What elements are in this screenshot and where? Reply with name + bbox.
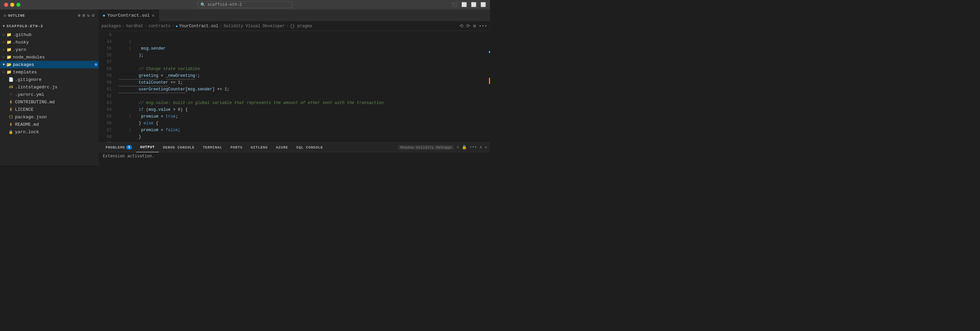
- layout-icon-1[interactable]: ⬛: [452, 2, 457, 8]
- tab-terminal[interactable]: TERMINAL: [199, 143, 226, 152]
- tab-azure[interactable]: AZURE: [272, 143, 292, 152]
- panel-right-controls: Meadow Solidity Debugge ≡ 🔒 ••• ∧ ✕: [398, 145, 487, 150]
- outline-chevron[interactable]: ▷: [4, 13, 6, 18]
- panel-more-icon[interactable]: •••: [469, 145, 477, 150]
- new-folder-icon[interactable]: ⊞: [83, 13, 86, 18]
- explorer-chevron: ▼: [3, 24, 5, 28]
- panel-lock-icon[interactable]: 🔒: [462, 145, 467, 150]
- tab-bar: ◆ YourContract.sol ✕: [99, 10, 490, 21]
- folder-icon-husky: 📁: [6, 40, 11, 45]
- bc-pragma[interactable]: {} pragma: [290, 24, 312, 29]
- code-line-55: | msg.sender: [119, 45, 487, 52]
- tab-gitlens-label: GITLENS: [251, 146, 268, 149]
- bc-packages[interactable]: packages: [102, 24, 121, 29]
- bc-hardhat[interactable]: hardhat: [126, 24, 143, 29]
- tab-debug-label: DEBUG CONSOLE: [163, 146, 195, 149]
- tree-item-readme[interactable]: 🧍 README.md: [0, 120, 99, 128]
- panel: PROBLEMS 3 OUTPUT DEBUG CONSOLE TERMINAL…: [99, 143, 490, 166]
- label-lintstagedrc: .lintstagedrc.js: [15, 85, 99, 90]
- titlebar-right: ⬛ ⬜ ⬜ ⬜: [452, 2, 486, 8]
- gutter-right: [487, 31, 490, 143]
- folder-icon-yarn: 📁: [6, 47, 11, 52]
- tab-debug-console[interactable]: DEBUG CONSOLE: [159, 143, 199, 152]
- search-bar[interactable]: 🔍 scaffold-eth-2: [197, 2, 293, 8]
- close-button[interactable]: [4, 3, 8, 7]
- label-contributing: CONTRIBUTING.md: [15, 100, 99, 105]
- sidebar: ▷ OUTLINE ⊕ ⊞ ↻ ⊟ ▼ SCAFFOLD-ETH-2 ▷ 📁 .…: [0, 10, 99, 166]
- code-line-64: if (msg.value > 0) {: [119, 106, 487, 113]
- tree-item-yarnrc[interactable]: ! .yarnrc.yml: [0, 91, 99, 98]
- label-node-modules: node_modules: [13, 55, 99, 60]
- line-numbers: 6 44 55 56 57 58 59 60 61 62 63 64 65 66…: [99, 31, 116, 143]
- tab-yourcontract[interactable]: ◆ YourContract.sol ✕: [99, 10, 159, 21]
- minimize-button[interactable]: [10, 3, 14, 7]
- label-gitignore: .gitignore: [15, 77, 99, 82]
- panel-chevron-icon[interactable]: ∧: [480, 145, 482, 150]
- panel-output-source[interactable]: Meadow Solidity Debugge: [398, 145, 454, 150]
- explorer-title: SCAFFOLD-ETH-2: [6, 24, 43, 28]
- tree-item-husky[interactable]: ▷ 📁 .husky: [0, 38, 99, 46]
- code-line-62: [119, 93, 487, 100]
- code-line-61: userGreetingCounter[msg.sender] += 1;: [119, 86, 487, 93]
- file-icon-json: {}: [8, 115, 14, 119]
- tab-gitlens[interactable]: GITLENS: [247, 143, 272, 152]
- layout-icon-2[interactable]: ⬜: [461, 2, 467, 8]
- tab-sql-label: SQL CONSOLE: [296, 146, 323, 149]
- code-line-44: |: [119, 38, 487, 45]
- history-back-icon[interactable]: ⟲: [460, 23, 463, 29]
- tree-item-contributing[interactable]: 🧍 CONTRIBUTING.md: [0, 98, 99, 106]
- collapse-icon[interactable]: ⊟: [92, 13, 95, 18]
- folder-icon-node-modules: 📁: [6, 55, 11, 60]
- tab-close-button[interactable]: ✕: [152, 13, 154, 18]
- tab-ports[interactable]: PORTS: [226, 143, 247, 152]
- label-packagejson: package.json: [15, 114, 99, 120]
- panel-close-icon[interactable]: ✕: [485, 145, 487, 150]
- label-yarn: .yarn: [13, 47, 99, 52]
- file-icon-yarnlock: 🔒: [8, 130, 14, 134]
- bc-yourcontract[interactable]: YourContract.sol: [179, 24, 218, 29]
- file-icon-contributing: 🧍: [8, 100, 14, 105]
- code-line-60: totalCounter += 1;: [119, 79, 487, 86]
- new-file-icon[interactable]: ⊕: [78, 13, 81, 18]
- tab-output-label: OUTPUT: [140, 145, 155, 149]
- tree-item-gitignore[interactable]: 📄 .gitignore: [0, 76, 99, 83]
- code-line-6: [119, 32, 487, 38]
- code-line-57: [119, 59, 487, 66]
- tab-problems-label: PROBLEMS: [105, 146, 125, 149]
- titlebar-center: 🔍 scaffold-eth-2: [197, 2, 293, 8]
- tab-sql-console[interactable]: SQL CONSOLE: [292, 143, 327, 152]
- more-actions-icon[interactable]: •••: [479, 24, 487, 29]
- tree-item-packagejson[interactable]: {} package.json: [0, 113, 99, 120]
- split-editor-icon[interactable]: ⊞: [473, 23, 476, 29]
- panel-tabs: PROBLEMS 3 OUTPUT DEBUG CONSOLE TERMINAL…: [99, 143, 490, 152]
- tab-output[interactable]: OUTPUT: [136, 143, 159, 152]
- bc-contracts[interactable]: contracts: [148, 24, 170, 29]
- tree-item-yarnlock[interactable]: 🔒 yarn.lock: [0, 128, 99, 136]
- tab-azure-label: AZURE: [276, 146, 288, 149]
- file-tree: ▷ 📁 .github ▷ 📁 .husky ▷ 📁 .yarn ▷ 📁 nod…: [0, 31, 99, 166]
- maximize-button[interactable]: [16, 3, 21, 7]
- code-line-56: );: [119, 52, 487, 59]
- history-forward-icon[interactable]: ⟳: [466, 23, 470, 29]
- orange-indicator: [489, 78, 490, 84]
- tree-item-node-modules[interactable]: ▷ 📁 node_modules: [0, 53, 99, 61]
- layout-icon-4[interactable]: ⬜: [480, 2, 486, 8]
- sol-file-icon: ◆: [103, 13, 105, 18]
- tree-item-yarn[interactable]: ▷ 📁 .yarn: [0, 46, 99, 53]
- bc-sol-icon: ◆: [176, 24, 178, 28]
- tree-item-packages[interactable]: ▼ 📂 packages: [0, 61, 99, 68]
- label-husky: .husky: [13, 40, 99, 45]
- tab-problems[interactable]: PROBLEMS 3: [102, 143, 136, 152]
- tree-item-licence[interactable]: 🧍 LICENCE: [0, 106, 99, 113]
- refresh-icon[interactable]: ↻: [87, 13, 90, 18]
- bc-solidity-developer[interactable]: Solidity Visual Developer: [224, 24, 285, 29]
- panel-list-icon[interactable]: ≡: [457, 145, 459, 150]
- file-icon-js: JS: [8, 85, 14, 89]
- layout-icon-3[interactable]: ⬜: [471, 2, 476, 8]
- code-line-63: // msg.value: built-in global variable t…: [119, 100, 487, 106]
- code-content[interactable]: | | msg.sender ); // Change state variab…: [116, 31, 487, 143]
- tree-item-templates[interactable]: ▷ 📁 templates: [0, 68, 99, 76]
- explorer-header[interactable]: ▼ SCAFFOLD-ETH-2: [0, 21, 99, 31]
- tree-item-lintstagedrc[interactable]: JS .lintstagedrc.js: [0, 83, 99, 91]
- tree-item-github[interactable]: ▷ 📁 .github: [0, 31, 99, 38]
